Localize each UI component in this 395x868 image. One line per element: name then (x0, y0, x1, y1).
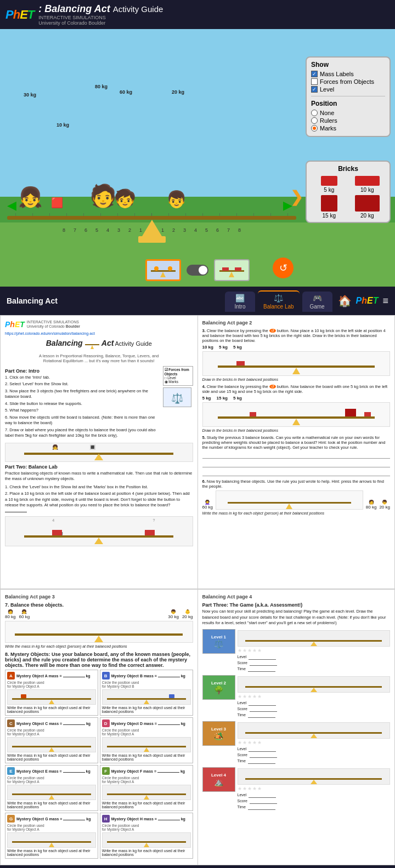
worksheet-page2: Balancing Act page 2 3. Clear the balanc… (198, 315, 396, 589)
level-3: Level 3 🏕️ ★★★★★ Level Score Time (202, 721, 391, 764)
tab-game-label: Game (309, 304, 324, 310)
forces-row[interactable]: Forces from Objects (311, 78, 385, 85)
mass-labels-checkbox[interactable]: ✓ (311, 71, 318, 77)
mystery-g: G Mystery Object G mass = kg Circle the … (5, 813, 98, 859)
simulation-area: Show ✓ Mass Labels Forces from Objects ✓… (0, 29, 395, 287)
step-6: 6. Now move the objects until the board … (5, 415, 160, 426)
step-4: 4. Slide the button to release the suppo… (5, 401, 160, 407)
lab-step-2: 2. Place a 10 kg brick on the left side … (5, 491, 193, 514)
q7-instruction: Write the mass in kg for each object (pe… (5, 644, 193, 648)
mystery-d: D Mystery Object D mass = kg Circle the … (100, 717, 193, 763)
phet-interactive-label: INTERACTIVE SIMULATIONS (38, 15, 163, 20)
step-3: 3. Now place the 3 objects (two fire fir… (5, 389, 160, 400)
rulers-radio-row[interactable]: Rulers (311, 117, 385, 124)
marks-radio-row[interactable]: Marks (311, 125, 385, 132)
mystery-grid: A Mystery Object A mass = kg Circle the … (5, 670, 193, 859)
part-two-intro: Practice balancing objects of known mass… (5, 471, 193, 482)
weight-20kg: 20 kg (172, 89, 184, 95)
forces-label: Forces from Objects (320, 78, 374, 85)
tab-balance-lab-label: Balance Lab (263, 304, 294, 310)
marks-radio[interactable] (311, 125, 318, 132)
mystery-a: A Mystery Object A mass = kg Circle the … (5, 670, 98, 716)
game-icon: 🎮 (313, 294, 322, 302)
scene-thumb-2[interactable] (214, 259, 250, 281)
level-2: Level 2 🌳 ★★★★★ Level Score Time (202, 675, 391, 718)
brick-10kg[interactable]: 10 kg (349, 176, 386, 193)
worksheet-page3: Balancing Act page 3 7. Balance these ob… (0, 589, 198, 865)
nav-tabs: 🔤 Intro ⚖️ Balance Lab 🎮 Game (225, 290, 332, 312)
answer-blank-1[interactable] (5, 512, 27, 512)
brick-10kg-label: 10 kg (360, 187, 374, 193)
balance-base (138, 236, 166, 243)
page2-title: Balancing Act page 2 (202, 320, 391, 326)
figure-right: 👦 (166, 190, 187, 209)
rulers-radio[interactable] (311, 117, 318, 124)
reset-button[interactable]: ↺ (273, 258, 294, 278)
answer-5c[interactable] (202, 469, 391, 476)
mystery-f: F Mystery Object F mass = kg Circle the … (100, 765, 193, 811)
sim-title: : Balancing Act Activity Guide (38, 3, 163, 15)
marks-label: Marks (320, 125, 336, 132)
figure-center: 🧒 (114, 188, 136, 209)
ws-phet-logo: PhET (5, 320, 25, 329)
brick-5kg[interactable]: 5 kg (311, 176, 347, 193)
menu-button[interactable]: ≡ (382, 295, 388, 307)
level-1: Level 1 ⚖️ ★★★★★ Level Score Time (202, 629, 391, 672)
scene-thumb-1[interactable] (145, 259, 181, 281)
bricks-panel: Bricks 5 kg 10 kg 15 kg 20 kg (306, 161, 391, 223)
step-7: 7. Draw or label where you placed the ob… (5, 427, 160, 439)
level-row[interactable]: ✓ Level (311, 86, 385, 93)
brick-5kg-visual (321, 176, 337, 186)
level-checkbox[interactable]: ✓ (311, 86, 318, 93)
brick-left: 🟥 (51, 197, 63, 209)
brick-20kg[interactable]: 20 kg (349, 195, 386, 219)
ws-balance-bricks: 10 kg 10 kg 4 ? (5, 516, 193, 546)
panel-divider (311, 96, 385, 96)
university-label: University of Colorado Boulder (38, 20, 163, 26)
part-three-intro: Now you can test your skill at predictin… (202, 609, 391, 626)
position-title: Position (311, 100, 385, 107)
controls-panel: Show ✓ Mass Labels Forces from Objects ✓… (306, 56, 391, 137)
question-6: 6. Now try balancing these objects. Use … (202, 479, 391, 515)
toggle-switch[interactable] (187, 265, 208, 276)
nav-title: Balancing Act (7, 296, 225, 305)
right-arrow: ▶ (283, 198, 292, 213)
figure-center-left: 🧑 (89, 183, 117, 209)
worksheet-row2: Balancing Act page 3 7. Balance these ob… (0, 589, 395, 865)
mass-labels-label: Mass Labels (320, 71, 354, 77)
step-2: 2. Select 'Level' from the Show list. (5, 381, 160, 387)
tab-balance-lab[interactable]: ⚖️ Balance Lab (258, 290, 300, 312)
brick-20kg-visual (355, 195, 380, 212)
promo-section: PhET INTERACTIVE SIMULATIONSUniversity o… (0, 865, 395, 868)
none-radio-row[interactable]: None (311, 110, 385, 116)
tab-intro[interactable]: 🔤 Intro (225, 292, 255, 312)
answer-5b[interactable] (202, 460, 391, 467)
home-button[interactable]: 🏠 (338, 294, 352, 307)
answer-5a[interactable] (202, 451, 391, 459)
tab-game[interactable]: 🎮 Game (302, 292, 332, 312)
forces-checkbox[interactable] (311, 78, 318, 85)
mass-labels-row[interactable]: ✓ Mass Labels (311, 71, 385, 77)
page4-title: Balancing Act page 4 (202, 594, 391, 599)
figure-left: 👧 (18, 186, 43, 209)
mystery-e: E Mystery Object E mass = kg Circle the … (5, 765, 98, 811)
bricks-title: Bricks (311, 165, 385, 173)
svg-rect-6 (222, 267, 229, 271)
weight-60kg: 60 kg (120, 89, 132, 95)
worksheet-row1: PhET INTERACTIVE SIMULATIONS University … (0, 315, 395, 589)
worksheet-page1: PhET INTERACTIVE SIMULATIONS University … (0, 315, 198, 589)
sim-subtitle: Activity Guide (113, 4, 163, 14)
brick-15kg[interactable]: 15 kg (311, 195, 347, 219)
show-title: Show (311, 61, 385, 68)
none-label: None (320, 110, 334, 116)
svg-point-2 (154, 266, 159, 271)
none-radio[interactable] (311, 110, 318, 116)
ws-balance-diagram-1: 👧 🔳 (5, 443, 193, 462)
q8-title: 8. Mystery Objects: Use your balance boa… (5, 652, 193, 668)
bricks-grid: 5 kg 10 kg 15 kg 20 kg (311, 176, 385, 219)
weight-10kg: 10 kg (57, 122, 69, 128)
balance-scene: 30 kg 10 kg 80 kg 60 kg 20 kg 👧 🟥 🧑 🧒 👦 … (4, 59, 299, 243)
question-4: 4. Clear the balance by pressing the ↺ b… (202, 384, 391, 432)
ws-logo: PhET INTERACTIVE SIMULATIONS University … (5, 320, 193, 329)
svg-rect-8 (85, 344, 99, 345)
